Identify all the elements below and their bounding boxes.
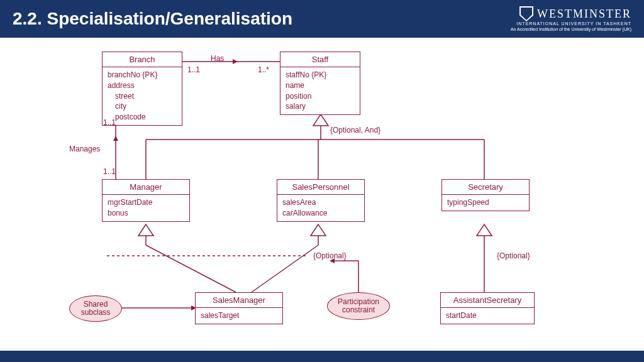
- entity-staff: Staff staffNo {PK} name position salary: [280, 52, 360, 115]
- entity-assistant-secretary: AssistantSecretary startDate: [440, 292, 535, 324]
- shield-icon: [519, 6, 533, 21]
- entity-sales-personnel-title: SalesPersonnel: [277, 180, 364, 195]
- svg-marker-1: [233, 59, 238, 64]
- entity-sales-personnel-attrs: salesArea carAllowance: [277, 195, 364, 221]
- university-logo: WESTMINSTER INTERNATIONAL UNIVERSITY IN …: [511, 6, 631, 31]
- note-shared-subclass: Shared subclass: [69, 295, 122, 322]
- rel-manages-label: Manages: [69, 145, 100, 153]
- constraint-optional-2: {Optional}: [497, 251, 530, 260]
- svg-line-16: [252, 245, 318, 292]
- entity-manager: Manager mgrStartDate bonus: [102, 179, 190, 222]
- entity-sales-personnel: SalesPersonnel salesArea carAllowance: [277, 179, 365, 222]
- note-participation-constraint: Participation constraint: [327, 292, 390, 320]
- logo-description: An Accredited Institution of the Univers…: [511, 27, 631, 31]
- rel-has-mult-right: 1..*: [258, 65, 269, 74]
- rel-has-mult-left: 1..1: [187, 65, 200, 74]
- entity-sales-manager-title: SalesManager: [196, 293, 282, 308]
- entity-manager-title: Manager: [103, 180, 189, 195]
- entity-staff-attrs: staffNo {PK} name position salary: [280, 67, 360, 114]
- entity-branch-title: Branch: [103, 52, 182, 67]
- entity-sales-manager: SalesManager salesTarget: [195, 292, 283, 324]
- constraint-optional-1: {Optional}: [313, 251, 347, 260]
- entity-sales-manager-attrs: salesTarget: [196, 308, 282, 324]
- svg-marker-4: [313, 114, 328, 126]
- rel-has-label: Has: [211, 54, 224, 63]
- entity-branch: Branch branchNo {PK} address street city…: [102, 52, 182, 126]
- svg-line-14: [146, 245, 236, 292]
- constraint-optional-and: {Optional, And}: [330, 126, 380, 134]
- rel-manages-mult-bottom: 1..1: [103, 167, 116, 176]
- logo-main-text: WESTMINSTER: [511, 6, 631, 21]
- entity-secretary: Secretary typingSpeed: [441, 179, 530, 211]
- entity-staff-title: Staff: [280, 52, 360, 67]
- logo-subtitle: INTERNATIONAL UNIVERSITY IN TASHKENT: [511, 21, 631, 26]
- svg-marker-11: [311, 224, 326, 236]
- entity-manager-attrs: mgrStartDate bonus: [103, 195, 189, 221]
- rel-manages-mult-top: 1..1: [103, 118, 116, 127]
- entity-assistant-secretary-attrs: startDate: [441, 308, 534, 324]
- entity-branch-attrs: branchNo {PK} address street city postco…: [103, 67, 182, 125]
- slide-footer: [0, 351, 644, 362]
- uml-diagram: Branch branchNo {PK} address street city…: [0, 38, 644, 351]
- slide-header: 2.2. Specialisation/Generalisation WESTM…: [0, 0, 644, 38]
- svg-marker-12: [477, 224, 492, 236]
- entity-assistant-secretary-title: AssistantSecretary: [441, 293, 534, 308]
- svg-marker-10: [138, 224, 153, 236]
- entity-secretary-attrs: typingSpeed: [442, 195, 529, 211]
- slide-title: 2.2. Specialisation/Generalisation: [13, 9, 292, 29]
- svg-marker-3: [113, 136, 118, 141]
- entity-secretary-title: Secretary: [442, 180, 529, 195]
